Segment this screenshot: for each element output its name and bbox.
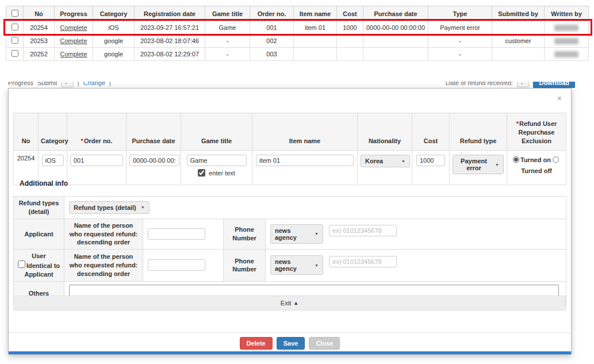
refund-types-select[interactable]: Refund types (detail) ▼ [69,201,150,214]
table-row[interactable]: 20252 Complete google 2023-08-02 12:29:0… [6,48,589,61]
select-all-checkbox[interactable] [12,10,18,17]
table-row[interactable]: 20254 Complete iOS 2023-09-27 16:57:21 G… [6,21,589,35]
additional-info-table: Refund types (detail) Refund types (deta… [13,196,566,306]
progress-link[interactable]: Complete [60,51,87,58]
row-checkbox[interactable] [12,50,18,57]
hdr-purchase-date: Purchase date [127,113,181,151]
row-checkbox[interactable] [12,24,18,30]
user-phone-label: Phone Number [224,250,266,282]
chevron-down-icon: ▼ [315,232,319,236]
delete-button[interactable]: Delete [240,337,273,350]
user-carrier-select[interactable]: news agency ▼ [270,255,323,275]
refund-date-label: Date of refund received: [446,82,513,86]
form-header-row: No Category *Order no. Purchase date Gam… [14,113,566,151]
download-button[interactable]: Download [533,82,575,88]
results-table: No Progress Category Registration date G… [6,6,589,61]
enter-text-option[interactable]: enter text [198,169,235,177]
game-title-input[interactable] [187,155,247,166]
enter-text-checkbox[interactable] [198,169,205,177]
table-row[interactable]: 20253 Complete google 2023-08-02 18:07:4… [6,35,589,48]
col-registration-date: Registration date [135,6,205,21]
purchase-date-input[interactable] [129,155,179,166]
order-no-input[interactable] [70,155,123,166]
cell-submitted-by [492,48,545,61]
cell-item-name [294,35,337,48]
written-by-redacted [554,51,578,58]
user-name-desc: Name of the person who requested refund:… [64,250,143,282]
applicant-name-input[interactable] [148,228,205,240]
cell-cost [337,35,363,48]
cell-type: - [428,35,492,48]
chevron-down-icon: ▼ [401,159,405,163]
cell-game-title: - [205,48,250,61]
cell-cost: 1000 [337,21,363,35]
col-type: Type [428,6,492,21]
divider: | [78,82,79,86]
cell-cost [337,48,363,61]
exclusion-radio-group: Turned on Turned off [507,151,566,185]
col-category: Category [93,6,135,21]
cell-purchase-date [363,35,428,48]
nationality-select[interactable]: Korea ▼ [361,155,410,167]
written-by-redacted [554,38,578,44]
turned-on-radio[interactable] [513,156,519,163]
user-identical-label: User Identical to Applicant [14,250,64,282]
refund-type-select[interactable]: Payment error ▼ [453,155,504,174]
progress-value: Submit [37,82,57,86]
cell-game-title: - [205,35,250,48]
row-checkbox[interactable] [12,37,18,44]
cell-registration-date: 2023-09-27 16:57:21 [135,21,205,35]
applicant-name-desc: Name of the person who requested refund:… [64,219,143,250]
col-no: No [24,6,55,21]
save-button[interactable]: Save [277,337,305,350]
user-phone-input[interactable] [329,256,397,267]
user-name-input[interactable] [148,259,205,271]
applicant-label: Applicant [14,219,64,250]
chevron-down-icon: ▼ [315,263,319,267]
col-item-name: Item name [294,6,337,21]
cell-item-name: item 01 [294,21,337,35]
applicant-carrier-select[interactable]: news agency ▼ [270,224,323,244]
cell-item-name [294,48,337,61]
hdr-category: Category [39,113,67,151]
refund-date-dropdown[interactable]: - [517,82,529,87]
exit-collapse-bar[interactable]: Exit ▲ [13,296,566,311]
cell-order-no: 003 [250,48,294,61]
required-marker: * [81,137,83,144]
hdr-exclusion: *Refund User Repurchase Exclusion [507,113,566,151]
table-header-row: No Progress Category Registration date G… [6,6,589,21]
cell-registration-date: 2023-08-02 18:07:46 [135,35,205,48]
col-written-by: Written by [545,6,589,21]
select-all-cell [6,6,24,21]
col-order-no: Order no. [250,6,294,21]
chevron-up-icon: ▲ [293,300,298,306]
change-link[interactable]: Change [83,82,105,86]
cell-submitted-by: customer [492,35,545,48]
cell-registration-date: 2023-08-02 12:29:07 [135,48,205,61]
hdr-order-no: *Order no. [67,113,127,151]
item-name-input[interactable] [256,155,354,166]
app: No Progress Category Registration date G… [0,0,594,364]
progress-link[interactable]: Complete [60,37,87,44]
cost-input[interactable] [416,155,445,166]
progress-dropdown[interactable]: - [61,82,73,87]
close-icon[interactable]: × [557,94,562,102]
close-button[interactable]: Close [309,337,340,350]
cell-type: Payment error [428,21,492,35]
col-purchase-date: Purchase date [363,6,428,21]
cell-category: iOS [93,21,135,35]
required-marker: * [516,120,519,127]
progress-link[interactable]: Complete [60,24,87,31]
chevron-down-icon: ▼ [495,163,499,167]
cell-category: google [93,35,135,48]
cell-no: 20253 [24,35,55,48]
col-game-title: Game title [205,6,250,21]
applicant-phone-input[interactable] [329,225,397,236]
hdr-cost: Cost [412,113,450,151]
turned-off-radio[interactable] [553,156,559,163]
cell-type: - [428,48,492,61]
col-cost: Cost [337,6,363,21]
category-input[interactable] [42,155,64,166]
identical-to-applicant-checkbox[interactable] [18,260,25,268]
clipped-toolbar-strip: Progress Submit - | Change | Date of ref… [0,82,594,88]
